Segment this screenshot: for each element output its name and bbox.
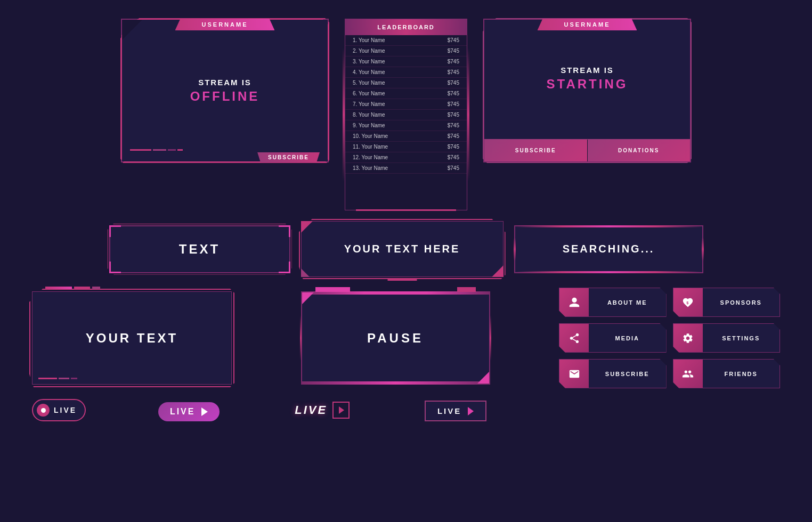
pause-panel: PAUSE bbox=[301, 291, 490, 385]
lb-side-left bbox=[343, 48, 345, 182]
subscribe-action-btn[interactable]: SUBSCRIBE bbox=[559, 359, 667, 388]
media-label: MEDIA bbox=[589, 335, 666, 341]
heart-dollar-icon: $ bbox=[682, 297, 694, 308]
corner-bl bbox=[109, 262, 121, 273]
media-icon-area bbox=[559, 324, 589, 352]
lb-amount: $745 bbox=[448, 48, 459, 54]
search-right-accent bbox=[702, 238, 704, 260]
offline-label: OFFLINE bbox=[190, 89, 260, 104]
friends-btn[interactable]: FRIENDS bbox=[673, 359, 781, 388]
action-buttons: ABOUT ME $ SPONSORS MEDIA bbox=[559, 288, 780, 388]
searching-box: SEARCHING... bbox=[514, 225, 703, 273]
yt-stripe-1 bbox=[45, 287, 72, 289]
gear-icon bbox=[682, 332, 694, 344]
offline-footer-text: SUBSCRIBE bbox=[268, 154, 309, 160]
pause-side-l bbox=[300, 315, 302, 361]
friends-label: FRIENDS bbox=[703, 371, 780, 377]
stream-is-label: STREAM IS bbox=[198, 78, 251, 87]
sponsors-icon-area: $ bbox=[673, 288, 703, 316]
lb-rank: 2. Your Name bbox=[353, 48, 385, 54]
deco-line-3 bbox=[168, 149, 176, 151]
live-play-2 bbox=[201, 407, 208, 416]
lb-row: 2. Your Name$745 bbox=[345, 46, 467, 56]
donations-btn[interactable]: DONATIONS bbox=[588, 140, 691, 161]
lb-rank: 6. Your Name bbox=[353, 91, 385, 96]
lb-rank: 12. Your Name bbox=[353, 154, 388, 160]
pause-corner-tl bbox=[302, 292, 314, 304]
hud-notch-bl bbox=[301, 268, 310, 277]
hud-notch-tl bbox=[301, 221, 313, 233]
pause-corner-br bbox=[477, 372, 489, 384]
lb-row: 3. Your Name$745 bbox=[345, 56, 467, 67]
hud-notch-br bbox=[492, 265, 504, 277]
pause-side-r bbox=[490, 315, 491, 361]
lb-rank: 13. Your Name bbox=[353, 165, 388, 171]
lb-amount: $745 bbox=[448, 133, 459, 139]
corner-br bbox=[279, 262, 290, 273]
live-text-1: LIVE bbox=[54, 406, 77, 414]
live-play-btn-3 bbox=[332, 402, 350, 419]
lb-row: 4. Your Name$745 bbox=[345, 67, 467, 78]
lb-rank: 5. Your Name bbox=[353, 80, 385, 86]
search-top-bar bbox=[515, 225, 702, 227]
lb-amount: $745 bbox=[448, 80, 459, 86]
lb-amount: $745 bbox=[448, 91, 459, 96]
stream-is-label-2: STREAM IS bbox=[561, 66, 614, 75]
lb-rows: 1. Your Name$7452. Your Name$7453. Your … bbox=[345, 35, 467, 174]
live-badge-2: LIVE bbox=[158, 402, 220, 421]
sponsors-btn[interactable]: $ SPONSORS bbox=[673, 288, 781, 317]
lb-rank: 7. Your Name bbox=[353, 101, 385, 107]
hud-text-box: YOUR TEXT HERE bbox=[301, 221, 504, 277]
envelope-icon bbox=[569, 368, 580, 380]
live-dot-container bbox=[37, 404, 50, 417]
subscribe-btn-text: SUBSCRIBE bbox=[515, 148, 556, 153]
starting-footer: SUBSCRIBE DONATIONS bbox=[484, 139, 690, 161]
media-btn[interactable]: MEDIA bbox=[559, 323, 667, 353]
about-me-icon-area bbox=[559, 288, 589, 316]
lb-row: 9. Your Name$745 bbox=[345, 120, 467, 131]
lb-amount: $745 bbox=[448, 123, 459, 128]
row-4: LIVE LIVE LIVE LIVE bbox=[16, 399, 796, 421]
starting-header: USERNAME bbox=[538, 19, 637, 30]
yt-bl-1 bbox=[38, 378, 57, 379]
lb-rank: 3. Your Name bbox=[353, 59, 385, 64]
share-icon bbox=[569, 332, 580, 344]
deco-lines bbox=[130, 149, 183, 151]
leaderboard-panel: LEADERBOARD 1. Your Name$7452. Your Name… bbox=[345, 19, 467, 210]
about-me-btn[interactable]: ABOUT ME bbox=[559, 288, 667, 317]
subscribe-btn[interactable]: SUBSCRIBE bbox=[484, 140, 588, 161]
corner-tl bbox=[109, 225, 121, 237]
lb-row: 5. Your Name$745 bbox=[345, 78, 467, 88]
lb-rank: 8. Your Name bbox=[353, 112, 385, 118]
offline-panel: USERNAME STREAM IS OFFLINE SUBSCRIBE bbox=[121, 19, 329, 162]
search-bottom-bar bbox=[515, 271, 702, 273]
offline-content: STREAM IS OFFLINE bbox=[122, 20, 328, 161]
offline-header: USERNAME bbox=[175, 19, 275, 30]
starting-content: STREAM IS STARTING bbox=[484, 20, 690, 137]
lb-bottom-bar bbox=[356, 209, 456, 211]
leaderboard-header: LEADERBOARD bbox=[345, 19, 467, 35]
pause-top-notch-r bbox=[457, 287, 476, 292]
live-badge-1: LIVE bbox=[32, 399, 86, 421]
lb-amount: $745 bbox=[448, 144, 459, 150]
subscribe-icon-area bbox=[559, 360, 589, 388]
deco-line-2 bbox=[153, 149, 166, 151]
offline-header-text: USERNAME bbox=[202, 21, 248, 28]
live-text-3: LIVE bbox=[295, 403, 327, 417]
about-me-label: ABOUT ME bbox=[589, 299, 666, 306]
lb-row: 1. Your Name$745 bbox=[345, 35, 467, 46]
lb-side-right bbox=[467, 48, 469, 182]
yt-deco-top bbox=[45, 287, 100, 289]
settings-btn[interactable]: SETTINGS bbox=[673, 323, 781, 353]
live-dot-inner bbox=[41, 408, 46, 413]
deco-line-4 bbox=[177, 149, 183, 151]
offline-footer: SUBSCRIBE bbox=[257, 152, 320, 162]
lb-rank: 11. Your Name bbox=[353, 144, 388, 150]
lb-rank: 1. Your Name bbox=[353, 37, 385, 43]
user-icon bbox=[569, 297, 580, 308]
friends-icon bbox=[682, 368, 694, 380]
yt-bl-2 bbox=[59, 378, 69, 379]
lb-amount: $745 bbox=[448, 69, 459, 75]
text-box-simple: TEXT bbox=[109, 225, 290, 273]
search-left-accent bbox=[514, 238, 516, 260]
